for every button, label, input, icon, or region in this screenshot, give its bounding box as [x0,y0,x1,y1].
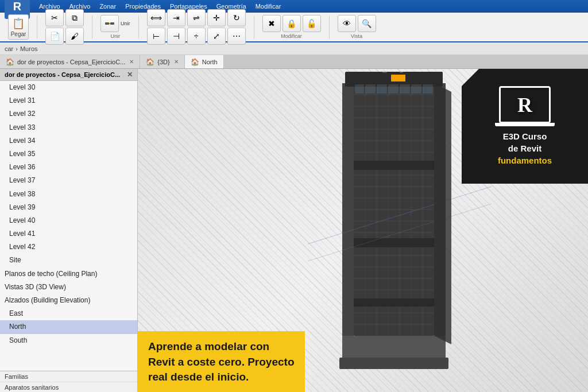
tree-alzados[interactable]: Alzados (Building Elevation) [0,294,137,307]
ribbon-top-bar: R Archivo Archivo Zonar Propiedades Port… [0,0,588,13]
svg-rect-1 [110,22,114,25]
tree-level31[interactable]: Level 31 [0,94,137,107]
align-button[interactable]: ⟺ [147,9,165,26]
tree-level41[interactable]: Level 41 [0,227,137,240]
main-area: dor de proyectos - Cepsa_EjercicioC... ✕… [0,69,588,392]
offset-button[interactable]: ⇥ [167,9,185,26]
tree-north[interactable]: North [0,320,137,333]
trim-button[interactable]: ⊢ [147,28,165,45]
panel-footer: Familias Aparatos sanitarios [0,371,137,392]
ribbon-section-clipboard: ✂ ⧉ 📄 🖌 [42,9,87,45]
svg-rect-38 [400,72,403,73]
tree-vistas-3d[interactable]: Vistas 3D (3D View) [0,281,137,294]
clipboard-btns2: 📄 🖌 [45,28,84,45]
svg-rect-39 [391,75,405,81]
view-btn-2[interactable]: 🔍 [358,15,376,32]
tab-3d-label: {3D} [157,59,169,65]
ribbon-section-modify: ✖ 🔒 🔓 Modificar [259,15,324,39]
svg-rect-34 [342,83,354,336]
badge-line1: E3D Curso [503,131,547,141]
tree-site[interactable]: Site [0,254,137,267]
svg-rect-40 [342,336,446,359]
delete-button[interactable]: ✖ [262,15,281,32]
view-tabs-bar: 🏠 dor de proyectos - Cepsa_EjercicioC...… [0,55,588,69]
tree-level39[interactable]: Level 39 [0,201,137,214]
format-button[interactable]: 🖌 [65,28,84,45]
tree-east[interactable]: East [0,307,137,320]
tab-north[interactable]: 🏠 North [185,55,224,68]
tab-browser-icon: 🏠 [6,58,14,66]
badge-line2: de Revit [508,143,541,153]
tab-3d-close[interactable]: ✕ [174,59,179,65]
footer-familias[interactable]: Familias [0,371,137,382]
svg-rect-44 [377,84,387,94]
extend-button[interactable]: ⊣ [167,28,185,45]
tree-level30[interactable]: Level 30 [0,81,137,94]
svg-rect-31 [351,161,437,170]
badge-line3: fundamentos [498,156,552,165]
tree-level36[interactable]: Level 36 [0,161,137,174]
svg-rect-32 [351,238,437,247]
breadcrumb-car: car [5,45,13,52]
tab-3d-icon: 🏠 [146,58,154,66]
tree-level42[interactable]: Level 42 [0,240,137,254]
ribbon-section-geometry: ⟺ ⇥ ⇌ ✛ ↻ ⊢ ⊣ ÷ ⤢ ⋯ [144,9,249,45]
unir-button[interactable] [100,15,119,32]
ribbon-vista[interactable]: Modificar [256,3,281,10]
lock-button[interactable]: 🔒 [283,15,301,32]
modify-section-name: Modificar [281,33,302,39]
panel-close-btn[interactable]: ✕ [127,71,133,79]
svg-rect-48 [423,84,433,94]
tab-browser-label: dor de proyectos - Cepsa_EjercicioC... [17,59,125,65]
view-btn-1[interactable]: 👁 [338,15,356,32]
badge-r-letter: R [517,93,532,117]
ribbon-section-unir: Unir Unir [97,15,134,39]
svg-marker-51 [434,83,451,344]
svg-rect-43 [365,84,376,94]
left-panel: dor de proyectos - Cepsa_EjercicioC... ✕… [0,69,138,392]
ribbon-area: R Archivo Archivo Zonar Propiedades Port… [0,0,588,42]
tree-level33[interactable]: Level 33 [0,121,137,134]
ribbon-separator-1 [37,15,37,38]
badge-title: E3D Curso de Revit fundamentos [498,130,552,166]
cortar-button[interactable]: ✂ [45,9,64,26]
tree-planos-techo[interactable]: Planos de techo (Ceiling Plan) [0,267,137,281]
panel-content[interactable]: Level 30 Level 31 Level 32 Level 33 Leve… [0,81,137,371]
tab-north-icon: 🏠 [191,58,199,66]
mirror-button[interactable]: ⇌ [187,9,206,26]
pegar-button[interactable]: 📋 Pegar [8,14,29,40]
svg-rect-42 [355,84,364,94]
tab-browser[interactable]: 🏠 dor de proyectos - Cepsa_EjercicioC...… [0,55,140,68]
tab-3d[interactable]: 🏠 {3D} ✕ [140,55,184,68]
ribbon-separator-3 [138,15,139,38]
tree-level38[interactable]: Level 38 [0,188,137,201]
footer-aparatos[interactable]: Aparatos sanitarios [0,382,137,392]
overlay-line1: Aprende a modelar con [148,340,269,352]
unir-section-name: Unir [111,33,121,39]
svg-rect-33 [351,298,437,306]
panel-title: dor de proyectos - Cepsa_EjercicioC... [5,71,120,78]
overlay-line2: Revit a coste cero. Proyecto [148,356,295,368]
move-button[interactable]: ✛ [207,9,226,26]
tree-level32[interactable]: Level 32 [0,107,137,121]
tab-browser-close[interactable]: ✕ [129,59,134,65]
unlock-button[interactable]: 🔓 [303,15,321,32]
unir-label: Unir [121,21,130,26]
building-scene: R E3D Curso de Revit fundamentos Aprende… [138,69,588,392]
ribbon-section-view: 👁 🔍 Vista [334,15,380,39]
scale-button[interactable]: ⤢ [207,28,226,45]
svg-rect-37 [382,72,387,73]
tree-level35[interactable]: Level 35 [0,148,137,161]
svg-rect-45 [388,84,399,94]
paste-button[interactable]: 📄 [45,28,64,45]
tree-level37[interactable]: Level 37 [0,174,137,187]
tree-south[interactable]: South [0,334,137,347]
split-button[interactable]: ÷ [187,28,206,45]
rotate-button[interactable]: ↻ [227,9,246,26]
ribbon-propiedades[interactable]: Zonar [99,3,116,10]
panel-header: dor de proyectos - Cepsa_EjercicioC... ✕ [0,69,137,81]
tree-level40[interactable]: Level 40 [0,214,137,227]
tree-level34[interactable]: Level 34 [0,134,137,148]
array-button[interactable]: ⋯ [227,28,246,45]
copy-button[interactable]: ⧉ [65,9,84,26]
